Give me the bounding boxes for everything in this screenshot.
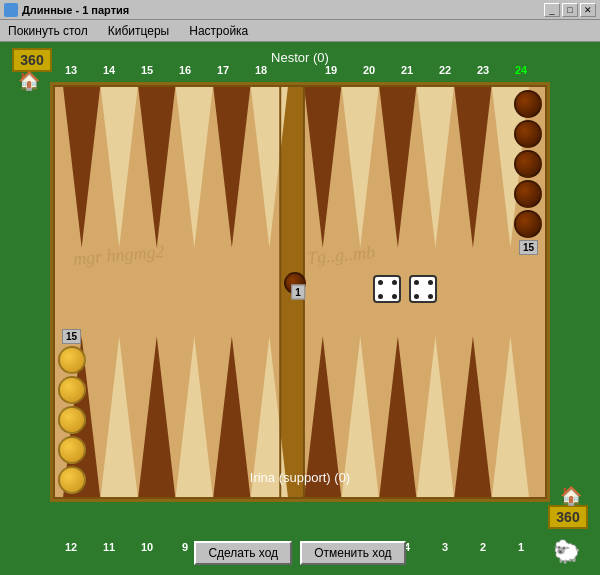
maximize-button[interactable]: □ [562,3,578,17]
house-icon-top: 🏠 [18,70,40,92]
pt-num-15: 15 [128,64,166,76]
pt-num-23: 23 [464,64,502,76]
checker-light-12-count: 15 [62,329,81,344]
checker-dark-24-count: 15 [519,240,538,255]
pt-num-16: 16 [166,64,204,76]
player-bottom: Irina (support) (0) [0,470,600,485]
pt-num-17: 17 [204,64,242,76]
score-bottom-value: 360 [556,509,579,525]
score-top-value: 360 [20,52,43,68]
window-controls[interactable]: _ □ ✕ [544,3,596,17]
menu-settings[interactable]: Настройка [185,22,252,40]
backgammon-board: mgr hngmg2 Tg..g..mb 15 15 1 [50,82,550,502]
pt-num-18: 18 [242,64,280,76]
checker-dark-24-3 [514,150,542,178]
die-1 [373,275,401,303]
checker-light-12-3 [58,406,86,434]
pt-num-19: 19 [312,64,350,76]
buttons-area: Сделать ход Отменить ход [0,541,600,565]
pt-num-13: 13 [52,64,90,76]
die-2 [409,275,437,303]
checker-dark-24-4 [514,180,542,208]
minimize-button[interactable]: _ [544,3,560,17]
player-top: Nestor (0) [0,50,600,65]
pt-num-20: 20 [350,64,388,76]
checker-light-12-4 [58,376,86,404]
pt-num-24: 24 [502,64,540,76]
checker-dark-24-1 [514,90,542,118]
sheep-icon: 🐑 [553,539,580,565]
player-top-label: Nestor (0) [271,50,329,65]
title-bar: Длинные - 1 партия _ □ ✕ [0,0,600,20]
score-top-left: 360 [12,48,52,72]
player-bottom-label: Irina (support) (0) [250,470,350,485]
window-title: Длинные - 1 партия [22,4,129,16]
menu-bar: Покинуть стол Кибитцеры Настройка [0,20,600,42]
pt-num-14: 14 [90,64,128,76]
point-numbers-top: 13 14 15 16 17 18 19 20 21 22 23 24 [52,64,548,76]
checker-dark-24-5 [514,210,542,238]
pt-num-21: 21 [388,64,426,76]
close-button[interactable]: ✕ [580,3,596,17]
pt-num-22: 22 [426,64,464,76]
checker-dark-24-2 [514,120,542,148]
bar-checker-label: 1 [291,285,305,300]
app-icon [4,3,18,17]
checker-light-12-5 [58,346,86,374]
game-area: Nestor (0) 360 🏠 13 14 15 16 17 18 19 20… [0,42,600,575]
menu-leave-table[interactable]: Покинуть стол [4,22,92,40]
menu-kibitzers[interactable]: Кибитцеры [104,22,173,40]
cancel-move-button[interactable]: Отменить ход [300,541,405,565]
checker-light-12-2 [58,436,86,464]
title-bar-left: Длинные - 1 партия [4,3,129,17]
score-bottom-right: 360 [548,505,588,529]
make-move-button[interactable]: Сделать ход [194,541,292,565]
house-icon-bottom: 🏠 [560,485,582,507]
